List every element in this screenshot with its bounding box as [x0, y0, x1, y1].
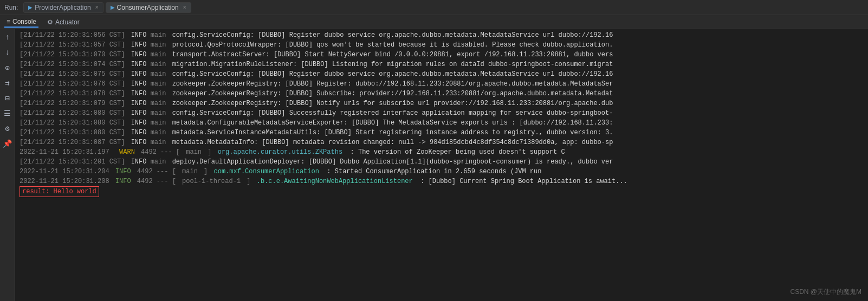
log-message: [DUBBO] Subscribe: provider://192.168.11… [286, 89, 613, 99]
log-line: [21/11/22 15:20:31:087 CST] INFO main me… [15, 138, 868, 147]
scroll-up-button[interactable]: ↑ [2, 31, 14, 43]
console-tab-icon: ≡ [7, 18, 10, 25]
log-message: : The version of ZooKeeper being used do… [342, 147, 565, 157]
timestamp: [21/11/22 15:20:31:079 CST] [20, 99, 129, 108]
log-level: INFO [131, 30, 151, 40]
log-logger: com.mxf.ConsumerApplication [213, 167, 319, 176]
log-thread: main [151, 79, 170, 89]
log-line: [21/11/22 15:20:31:076 CST] INFO main zo… [15, 79, 868, 89]
timestamp: [21/11/22 15:20:31:201 CST] [20, 157, 129, 167]
log-line: [21/11/22 15:20:31:074 CST] INFO main mi… [15, 60, 868, 69]
log-level: INFO [131, 60, 151, 69]
log-line: [21/11/22 15:20:31:080 CST] INFO main me… [15, 128, 868, 138]
log-separator: ] [208, 147, 215, 157]
provider-tab-label: ProviderApplication [35, 4, 90, 11]
log-message: : [Dubbo] Current Spring Boot Applicatio… [413, 176, 627, 186]
log-logger: config.ServiceConfig: [172, 108, 258, 118]
log-logger: deploy.DefaultApplicationDeployer: [172, 157, 309, 167]
console-tab-label: Console [12, 18, 36, 25]
console-output[interactable]: [21/11/22 15:20:31:056 CST] INFO main co… [15, 29, 868, 301]
timestamp: [21/11/22 15:20:31:087 CST] [20, 138, 129, 147]
provider-tab[interactable]: ▶ ProviderApplication × [23, 2, 103, 13]
pin-button[interactable]: 📌 [2, 138, 14, 149]
log-logger: org.apache.curator.utils.ZKPaths [218, 147, 342, 157]
log-line: [21/11/22 15:20:31:201 CST] INFO main de… [15, 157, 868, 167]
timestamp: [21/11/22 15:20:31:078 CST] [20, 89, 129, 99]
log-thread-name: pool-1-thread-1 [182, 176, 244, 186]
result-line: result: Hello world [15, 186, 868, 197]
consumer-tab[interactable]: ▶ ConsumerApplication × [106, 2, 191, 13]
log-line: [21/11/22 15:20:31:075 CST] INFO main co… [15, 69, 868, 79]
log-thread: 4492 --- [ [137, 167, 180, 176]
log-logger: config.ServiceConfig: [172, 30, 258, 40]
log-message: [DUBBO] Dubbo Application[1.1](dubbo-spr… [309, 157, 613, 167]
log-message: [DUBBO] Register: dubbo://192.168.11.233… [286, 79, 613, 89]
log-message: [DUBBO] qos won't be started because it … [286, 40, 613, 50]
timestamp: [21/11/22 15:20:31:076 CST] [20, 79, 129, 89]
consumer-tab-close[interactable]: × [183, 4, 186, 10]
log-level: INFO [131, 40, 151, 50]
log-level: INFO [115, 167, 135, 176]
log-line: [21/11/22 15:20:31:070 CST] INFO main tr… [15, 50, 868, 60]
wrap-button[interactable]: ⇉ [2, 77, 14, 89]
log-level: INFO [131, 50, 151, 60]
timestamp: [21/11/22 15:20:31:080 CST] [20, 108, 129, 118]
log-logger: metadata.ServiceInstanceMetadataUtils: [172, 128, 325, 138]
log-line: [21/11/22 15:20:31:080 CST] INFO main co… [15, 108, 868, 118]
provider-tab-icon: ▶ [28, 4, 33, 10]
log-message: : Started ConsumerApplication in 2.659 s… [319, 167, 541, 176]
log-level: INFO [115, 176, 135, 186]
log-thread: main [151, 118, 170, 128]
timestamp: [21/11/22 15:20:31:070 CST] [20, 50, 129, 60]
settings-button[interactable]: ⚙ [2, 122, 14, 134]
log-thread: main [151, 99, 170, 108]
scroll-down-button[interactable]: ↓ [2, 47, 14, 58]
console-tab[interactable]: ≡ Console [4, 17, 38, 28]
log-logger: migration.MigrationRuleListener: [172, 60, 301, 69]
log-thread: main [151, 138, 170, 147]
log-level: INFO [131, 89, 151, 99]
actuator-tab[interactable]: ⚙ Actuator [45, 17, 82, 27]
log-thread: main [151, 108, 170, 118]
log-message: [DUBBO] Successfully registered interfac… [258, 108, 613, 118]
timestamp: [21/11/22 15:20:31:080 CST] [20, 118, 129, 128]
log-message: [DUBBO] Start registering instance addre… [325, 128, 613, 138]
log-line: [21/11/22 15:20:31:079 CST] INFO main zo… [15, 99, 868, 108]
screenshot-button[interactable]: ⊙ [2, 62, 14, 74]
toolbar: ≡ Console ⚙ Actuator [0, 15, 868, 29]
run-label: Run: [4, 4, 18, 11]
log-level: INFO [131, 108, 151, 118]
log-thread: 4492 --- [ [141, 147, 184, 157]
log-level: INFO [131, 118, 151, 128]
log-thread-name: main [182, 167, 202, 176]
log-thread: main [151, 30, 170, 40]
side-buttons: ↑ ↓ ⊙ ⇉ ⊟ ☰ ⚙ 📌 [0, 29, 15, 301]
log-line: 2022-11-21 15:20:31.208 INFO 4492 --- [ … [15, 176, 868, 186]
log-level: INFO [131, 157, 151, 167]
log-logger: protocol.QosProtocolWrapper: [172, 40, 286, 50]
log-line: [21/11/22 15:20:31:056 CST] INFO main co… [15, 30, 868, 40]
log-logger: metadata.MetadataInfo: [172, 138, 262, 147]
log-line: 2022-11-21 15:20:31.197 WARN 4492 --- [ … [15, 147, 868, 157]
log-thread-name: main [186, 147, 205, 157]
log-thread: main [151, 69, 170, 79]
log-logger: zookeeper.ZookeeperRegistry: [172, 99, 286, 108]
clear-button[interactable]: ⊟ [2, 92, 14, 104]
log-message: [DUBBO] Notify urls for subscribe url pr… [286, 99, 613, 108]
log-message: [DUBBO] Register dubbo service org.apach… [258, 30, 613, 40]
filter-button[interactable]: ☰ [2, 107, 14, 119]
log-message: [DUBBO] Listening for migration rules on… [301, 60, 613, 69]
timestamp: 2022-11-21 15:20:31.197 [20, 147, 113, 157]
timestamp: [21/11/22 15:20:31:080 CST] [20, 128, 129, 138]
log-logger: config.ServiceConfig: [172, 69, 258, 79]
timestamp: [21/11/22 15:20:31:056 CST] [20, 30, 129, 40]
log-level: INFO [131, 128, 151, 138]
result-text: result: Hello world [20, 186, 99, 197]
provider-tab-close[interactable]: × [95, 4, 99, 10]
log-level: INFO [131, 138, 151, 147]
log-message: [DUBBO] metadata revision changed: null … [262, 138, 613, 147]
actuator-tab-label: Actuator [55, 18, 80, 26]
log-thread: main [151, 128, 170, 138]
log-message: [DUBBO] Start NettyServer bind /0.0.0.0:… [274, 50, 613, 60]
log-thread: main [151, 40, 170, 50]
